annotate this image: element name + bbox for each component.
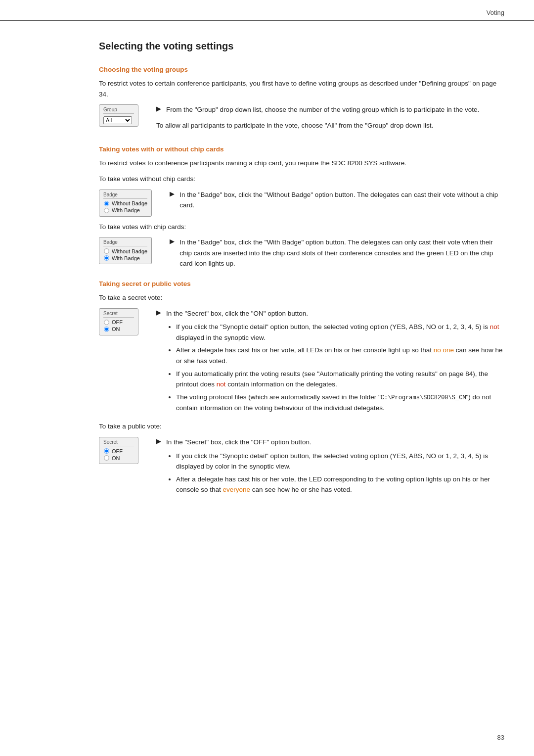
badge-with-row: ▶ In the "Badge" box, click the "With Ba… xyxy=(170,237,504,269)
badge-without-radio1-input[interactable] xyxy=(104,201,109,206)
section-heading-chip: Taking votes with or without chip cards xyxy=(99,145,504,153)
badge-with-arrow: ▶ xyxy=(170,237,175,245)
badge-with-block: Badge Without Badge With Badge ▶ In the … xyxy=(99,237,504,269)
secret-off-instruction: ▶ In the "Secret" box, click the "OFF" o… xyxy=(156,437,504,498)
public-sub-intro2: To take a public vote: xyxy=(99,421,504,432)
group-sub-note: To allow all participants to participate… xyxy=(156,120,504,131)
chip-sub-intro: To take votes without chip cards: xyxy=(99,174,504,185)
public-bullet-list: If you click the "Synoptic detail" optio… xyxy=(176,451,504,495)
group-widget-label: Group xyxy=(103,107,134,114)
badge-without-widget: Badge Without Badge With Badge xyxy=(99,189,152,217)
secret-on-widget-area: Secret OFF ON xyxy=(99,308,147,335)
secret-on-text: In the "Secret" box, click the "ON" opti… xyxy=(166,308,308,319)
secret-on-block: Secret OFF ON ▶ In the "Secret" box, cli… xyxy=(99,308,504,417)
secret-off-block: Secret OFF ON ▶ In the "Secret" box, cli… xyxy=(99,437,504,498)
badge-with-text: In the "Badge" box, click the "With Badg… xyxy=(179,237,504,269)
section-secret-public: Taking secret or public votes To take a … xyxy=(99,280,504,498)
choosing-intro: To restrict votes to certain conference … xyxy=(99,78,504,99)
group-dropdown[interactable]: All 1 2 xyxy=(103,116,132,124)
content-area: Selecting the voting settings Choosing t… xyxy=(0,21,534,526)
badge-without-block: Badge Without Badge With Badge ▶ In the … xyxy=(99,189,504,217)
secret-off-radio-on: ON xyxy=(103,455,134,461)
not-highlight-2: not xyxy=(217,380,226,388)
section-choosing-groups: Choosing the voting groups To restrict v… xyxy=(99,66,504,135)
secret-on-radio-on-input[interactable] xyxy=(104,327,109,331)
secret-off-radio-off-label: OFF xyxy=(112,448,123,454)
secret-on-arrow: ▶ xyxy=(156,309,161,316)
secret-on-label: Secret xyxy=(103,311,134,318)
badge-without-row: ▶ In the "Badge" box, click the "Without… xyxy=(170,189,504,211)
group-widget: Group All 1 2 xyxy=(99,104,138,127)
path-monospace: C:\Programs\SDC8200\S_CM xyxy=(381,394,466,401)
section-heading-choosing: Choosing the voting groups xyxy=(99,66,504,73)
section-chip-cards: Taking votes with or without chip cards … xyxy=(99,145,504,269)
public-bullet-1: If you click the "Synoptic detail" optio… xyxy=(176,451,504,472)
badge-without-text: In the "Badge" box, click the "Without B… xyxy=(179,189,504,211)
group-instruction-row: ▶ From the "Group" drop down list, choos… xyxy=(156,104,504,115)
chip-intro: To restrict votes to conference particip… xyxy=(99,158,504,169)
secret-on-widget: Secret OFF ON xyxy=(99,308,138,335)
group-widget-area: Group All 1 2 xyxy=(99,104,147,127)
badge-with-radio1: Without Badge xyxy=(103,248,147,254)
page-header: Voting xyxy=(0,0,534,21)
secret-on-radio-on-label: ON xyxy=(112,326,120,332)
badge-without-radio2-label: With Badge xyxy=(112,207,140,213)
secret-bullet-list: If you click the "Synoptic detail" optio… xyxy=(176,322,504,413)
secret-sub-intro1: To take a secret vote: xyxy=(99,292,504,303)
page-number: 83 xyxy=(497,734,504,741)
section-heading-secret: Taking secret or public votes xyxy=(99,280,504,287)
badge-without-arrow: ▶ xyxy=(170,190,175,197)
group-instruction-block: Group All 1 2 ▶ From the "Group" drop do… xyxy=(99,104,504,135)
badge-with-radio2: With Badge xyxy=(103,255,147,261)
everyone-highlight: everyone xyxy=(223,486,251,493)
badge-without-instruction: ▶ In the "Badge" box, click the "Without… xyxy=(170,189,504,211)
secret-on-radio-off-label: OFF xyxy=(112,319,123,325)
group-arrow: ▶ xyxy=(156,105,161,112)
badge-with-widget: Badge Without Badge With Badge xyxy=(99,237,152,264)
no-one-highlight: no one xyxy=(434,346,454,354)
badge-with-radio2-label: With Badge xyxy=(112,255,140,261)
group-instruction-text: From the "Group" drop down list, choose … xyxy=(166,104,479,115)
secret-off-widget-area: Secret OFF ON xyxy=(99,437,147,464)
group-instruction-content: ▶ From the "Group" drop down list, choos… xyxy=(156,104,504,135)
public-bullet-2: After a delegate has cast his or her vot… xyxy=(176,474,504,495)
badge-without-radio2-input[interactable] xyxy=(104,208,109,213)
secret-off-radio-on-label: ON xyxy=(112,455,120,461)
badge-with-radio2-input[interactable] xyxy=(104,255,109,260)
secret-on-radio-off: OFF xyxy=(103,319,134,326)
badge-without-widget-area: Badge Without Badge With Badge xyxy=(99,189,161,217)
badge-with-widget-area: Badge Without Badge With Badge xyxy=(99,237,161,264)
secret-off-radio-off-input[interactable] xyxy=(104,448,109,453)
secret-bullet-3: If you automatically print the voting re… xyxy=(176,369,504,390)
secret-off-radio-off: OFF xyxy=(103,448,134,454)
secret-off-widget: Secret OFF ON xyxy=(99,437,138,464)
badge-with-label: Badge xyxy=(103,239,147,246)
secret-bullet-2: After a delegate has cast his or her vot… xyxy=(176,345,504,366)
header-title: Voting xyxy=(487,9,504,16)
badge-with-instruction: ▶ In the "Badge" box, click the "With Ba… xyxy=(170,237,504,269)
secret-off-arrow: ▶ xyxy=(156,437,161,445)
secret-off-radio-on-input[interactable] xyxy=(104,455,109,460)
badge-without-radio1-label: Without Badge xyxy=(112,200,147,206)
badge-with-radio1-label: Without Badge xyxy=(112,248,147,254)
chip-sub-intro2: To take votes with chip cards: xyxy=(99,222,504,233)
secret-on-radio-on: ON xyxy=(103,326,134,332)
badge-without-label: Badge xyxy=(103,192,147,199)
not-highlight-1: not xyxy=(490,323,499,331)
badge-without-radio2: With Badge xyxy=(103,207,147,214)
page-title: Selecting the voting settings xyxy=(99,41,504,52)
secret-bullet-4: The voting protocol files (which are aut… xyxy=(176,392,504,414)
badge-with-radio1-input[interactable] xyxy=(104,248,109,253)
badge-without-radio1: Without Badge xyxy=(103,200,147,207)
secret-off-label: Secret xyxy=(103,439,134,446)
secret-bullet-1: If you click the "Synoptic detail" optio… xyxy=(176,322,504,343)
secret-on-radio-off-input[interactable] xyxy=(104,320,109,325)
secret-off-text: In the "Secret" box, click the "OFF" opt… xyxy=(166,437,312,448)
secret-on-row: ▶ In the "Secret" box, click the "ON" op… xyxy=(156,308,504,319)
secret-on-instruction: ▶ In the "Secret" box, click the "ON" op… xyxy=(156,308,504,417)
secret-off-row: ▶ In the "Secret" box, click the "OFF" o… xyxy=(156,437,504,448)
